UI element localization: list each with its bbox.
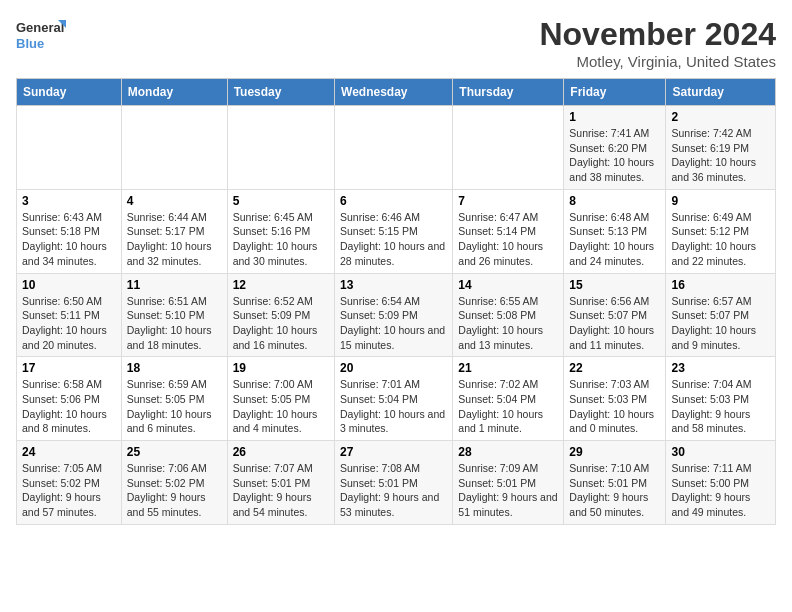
subtitle: Motley, Virginia, United States — [539, 53, 776, 70]
day-number: 28 — [458, 445, 558, 459]
day-number: 13 — [340, 278, 447, 292]
day-cell — [17, 106, 122, 190]
header: General Blue November 2024 Motley, Virgi… — [16, 16, 776, 70]
svg-text:General: General — [16, 20, 64, 35]
day-info: Sunrise: 6:54 AM Sunset: 5:09 PM Dayligh… — [340, 294, 447, 353]
week-row-3: 10Sunrise: 6:50 AM Sunset: 5:11 PM Dayli… — [17, 273, 776, 357]
day-cell: 27Sunrise: 7:08 AM Sunset: 5:01 PM Dayli… — [335, 441, 453, 525]
day-info: Sunrise: 6:52 AM Sunset: 5:09 PM Dayligh… — [233, 294, 329, 353]
day-info: Sunrise: 6:55 AM Sunset: 5:08 PM Dayligh… — [458, 294, 558, 353]
week-row-4: 17Sunrise: 6:58 AM Sunset: 5:06 PM Dayli… — [17, 357, 776, 441]
day-cell: 15Sunrise: 6:56 AM Sunset: 5:07 PM Dayli… — [564, 273, 666, 357]
day-info: Sunrise: 6:56 AM Sunset: 5:07 PM Dayligh… — [569, 294, 660, 353]
day-info: Sunrise: 6:46 AM Sunset: 5:15 PM Dayligh… — [340, 210, 447, 269]
day-cell: 11Sunrise: 6:51 AM Sunset: 5:10 PM Dayli… — [121, 273, 227, 357]
day-cell: 6Sunrise: 6:46 AM Sunset: 5:15 PM Daylig… — [335, 189, 453, 273]
day-cell — [227, 106, 334, 190]
day-info: Sunrise: 7:09 AM Sunset: 5:01 PM Dayligh… — [458, 461, 558, 520]
week-row-2: 3Sunrise: 6:43 AM Sunset: 5:18 PM Daylig… — [17, 189, 776, 273]
day-cell — [335, 106, 453, 190]
day-cell: 18Sunrise: 6:59 AM Sunset: 5:05 PM Dayli… — [121, 357, 227, 441]
day-info: Sunrise: 7:04 AM Sunset: 5:03 PM Dayligh… — [671, 377, 770, 436]
day-cell: 22Sunrise: 7:03 AM Sunset: 5:03 PM Dayli… — [564, 357, 666, 441]
day-cell: 5Sunrise: 6:45 AM Sunset: 5:16 PM Daylig… — [227, 189, 334, 273]
weekday-header-row: SundayMondayTuesdayWednesdayThursdayFrid… — [17, 79, 776, 106]
day-info: Sunrise: 7:08 AM Sunset: 5:01 PM Dayligh… — [340, 461, 447, 520]
day-cell: 8Sunrise: 6:48 AM Sunset: 5:13 PM Daylig… — [564, 189, 666, 273]
day-info: Sunrise: 7:03 AM Sunset: 5:03 PM Dayligh… — [569, 377, 660, 436]
day-cell: 16Sunrise: 6:57 AM Sunset: 5:07 PM Dayli… — [666, 273, 776, 357]
day-cell: 30Sunrise: 7:11 AM Sunset: 5:00 PM Dayli… — [666, 441, 776, 525]
day-info: Sunrise: 6:47 AM Sunset: 5:14 PM Dayligh… — [458, 210, 558, 269]
day-info: Sunrise: 6:44 AM Sunset: 5:17 PM Dayligh… — [127, 210, 222, 269]
day-cell: 24Sunrise: 7:05 AM Sunset: 5:02 PM Dayli… — [17, 441, 122, 525]
day-info: Sunrise: 7:01 AM Sunset: 5:04 PM Dayligh… — [340, 377, 447, 436]
day-cell: 3Sunrise: 6:43 AM Sunset: 5:18 PM Daylig… — [17, 189, 122, 273]
day-info: Sunrise: 7:10 AM Sunset: 5:01 PM Dayligh… — [569, 461, 660, 520]
day-number: 17 — [22, 361, 116, 375]
day-number: 8 — [569, 194, 660, 208]
day-number: 25 — [127, 445, 222, 459]
day-cell: 4Sunrise: 6:44 AM Sunset: 5:17 PM Daylig… — [121, 189, 227, 273]
weekday-header-thursday: Thursday — [453, 79, 564, 106]
logo-svg: General Blue — [16, 16, 66, 60]
day-number: 22 — [569, 361, 660, 375]
day-cell: 26Sunrise: 7:07 AM Sunset: 5:01 PM Dayli… — [227, 441, 334, 525]
day-info: Sunrise: 6:58 AM Sunset: 5:06 PM Dayligh… — [22, 377, 116, 436]
day-number: 7 — [458, 194, 558, 208]
day-info: Sunrise: 7:07 AM Sunset: 5:01 PM Dayligh… — [233, 461, 329, 520]
day-info: Sunrise: 7:41 AM Sunset: 6:20 PM Dayligh… — [569, 126, 660, 185]
day-cell: 28Sunrise: 7:09 AM Sunset: 5:01 PM Dayli… — [453, 441, 564, 525]
day-number: 3 — [22, 194, 116, 208]
day-info: Sunrise: 7:05 AM Sunset: 5:02 PM Dayligh… — [22, 461, 116, 520]
day-cell: 14Sunrise: 6:55 AM Sunset: 5:08 PM Dayli… — [453, 273, 564, 357]
logo: General Blue — [16, 16, 66, 60]
day-cell: 21Sunrise: 7:02 AM Sunset: 5:04 PM Dayli… — [453, 357, 564, 441]
day-cell — [121, 106, 227, 190]
day-cell: 17Sunrise: 6:58 AM Sunset: 5:06 PM Dayli… — [17, 357, 122, 441]
day-number: 5 — [233, 194, 329, 208]
week-row-5: 24Sunrise: 7:05 AM Sunset: 5:02 PM Dayli… — [17, 441, 776, 525]
day-info: Sunrise: 6:50 AM Sunset: 5:11 PM Dayligh… — [22, 294, 116, 353]
day-number: 15 — [569, 278, 660, 292]
day-cell: 10Sunrise: 6:50 AM Sunset: 5:11 PM Dayli… — [17, 273, 122, 357]
day-number: 21 — [458, 361, 558, 375]
day-info: Sunrise: 6:51 AM Sunset: 5:10 PM Dayligh… — [127, 294, 222, 353]
day-info: Sunrise: 6:48 AM Sunset: 5:13 PM Dayligh… — [569, 210, 660, 269]
weekday-header-monday: Monday — [121, 79, 227, 106]
weekday-header-sunday: Sunday — [17, 79, 122, 106]
day-number: 4 — [127, 194, 222, 208]
day-number: 1 — [569, 110, 660, 124]
day-number: 12 — [233, 278, 329, 292]
weekday-header-saturday: Saturday — [666, 79, 776, 106]
day-number: 29 — [569, 445, 660, 459]
day-info: Sunrise: 6:57 AM Sunset: 5:07 PM Dayligh… — [671, 294, 770, 353]
day-number: 18 — [127, 361, 222, 375]
day-cell: 2Sunrise: 7:42 AM Sunset: 6:19 PM Daylig… — [666, 106, 776, 190]
day-cell — [453, 106, 564, 190]
day-cell: 29Sunrise: 7:10 AM Sunset: 5:01 PM Dayli… — [564, 441, 666, 525]
day-cell: 20Sunrise: 7:01 AM Sunset: 5:04 PM Dayli… — [335, 357, 453, 441]
day-number: 26 — [233, 445, 329, 459]
day-cell: 25Sunrise: 7:06 AM Sunset: 5:02 PM Dayli… — [121, 441, 227, 525]
month-title: November 2024 — [539, 16, 776, 53]
day-number: 16 — [671, 278, 770, 292]
day-number: 9 — [671, 194, 770, 208]
day-number: 2 — [671, 110, 770, 124]
day-info: Sunrise: 7:11 AM Sunset: 5:00 PM Dayligh… — [671, 461, 770, 520]
day-number: 6 — [340, 194, 447, 208]
calendar-table: SundayMondayTuesdayWednesdayThursdayFrid… — [16, 78, 776, 525]
day-number: 14 — [458, 278, 558, 292]
day-number: 27 — [340, 445, 447, 459]
day-info: Sunrise: 7:06 AM Sunset: 5:02 PM Dayligh… — [127, 461, 222, 520]
day-cell: 9Sunrise: 6:49 AM Sunset: 5:12 PM Daylig… — [666, 189, 776, 273]
weekday-header-friday: Friday — [564, 79, 666, 106]
day-cell: 12Sunrise: 6:52 AM Sunset: 5:09 PM Dayli… — [227, 273, 334, 357]
day-number: 24 — [22, 445, 116, 459]
day-cell: 23Sunrise: 7:04 AM Sunset: 5:03 PM Dayli… — [666, 357, 776, 441]
weekday-header-wednesday: Wednesday — [335, 79, 453, 106]
day-info: Sunrise: 6:45 AM Sunset: 5:16 PM Dayligh… — [233, 210, 329, 269]
day-number: 10 — [22, 278, 116, 292]
day-cell: 7Sunrise: 6:47 AM Sunset: 5:14 PM Daylig… — [453, 189, 564, 273]
day-info: Sunrise: 6:59 AM Sunset: 5:05 PM Dayligh… — [127, 377, 222, 436]
